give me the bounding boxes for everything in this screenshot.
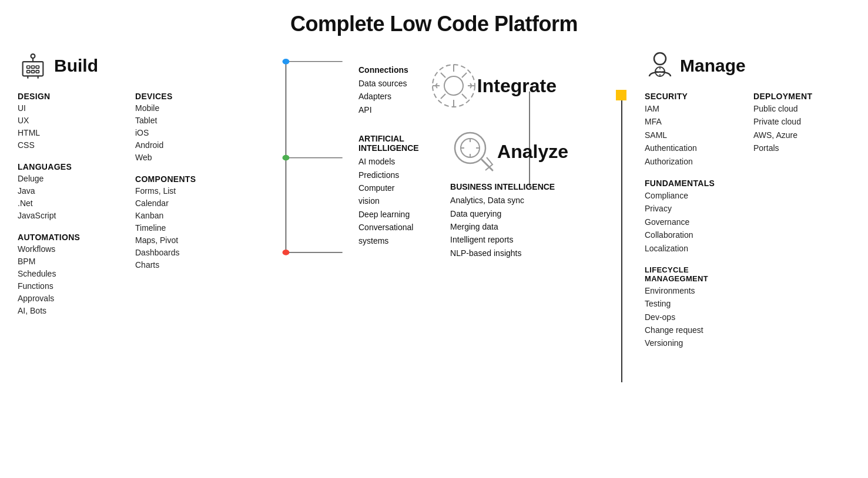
list-item: JavaScript [18, 210, 135, 222]
components-list: Forms, List Calendar Kanban Timeline Map… [135, 185, 253, 271]
list-item: Timeline [135, 222, 253, 234]
list-item: IAM [645, 102, 742, 115]
components-group: COMPONENTS Forms, List Calendar Kanban T… [135, 174, 253, 271]
list-item: Tablet [135, 115, 253, 127]
list-item: Schedules [18, 268, 135, 280]
svg-point-8 [31, 54, 35, 58]
connections-heading: Connections [358, 65, 408, 75]
manage-col-2: DEPLOYMENT Public cloud Private cloud AW… [753, 92, 850, 361]
svg-point-32 [654, 53, 666, 65]
list-item: Public cloud [753, 102, 850, 115]
svg-rect-3 [36, 66, 39, 68]
svg-rect-2 [31, 66, 34, 68]
list-item: Deluge [18, 173, 135, 185]
list-item: Conversational [358, 221, 419, 234]
components-heading: COMPONENTS [135, 174, 253, 184]
analyze-area: Analyze BUSINESS INTELLIGENCE Analytics,… [450, 128, 568, 260]
list-item: API [358, 103, 408, 116]
devices-heading: DEVICES [135, 92, 253, 101]
ai-list: AI models Predictions Computer vision De… [358, 155, 419, 247]
security-list: IAM MFA SAML Authentication Authorizatio… [645, 102, 742, 168]
list-item: SAML [645, 129, 742, 142]
center-area: Connections Data sources Adapters API [264, 51, 615, 271]
list-item: systems [358, 234, 419, 247]
analyze-box: Analyze [450, 128, 568, 175]
build-section: Build DESIGN UI UX HTML CSS [18, 51, 264, 328]
middle-row: ARTIFICIALINTELLIGENCE AI models Predict… [264, 128, 615, 260]
list-item: AI models [358, 155, 419, 168]
bi-heading: BUSINESS INTELLIGENCE [450, 182, 568, 191]
list-item: Charts [135, 259, 253, 271]
automations-list: Workflows BPM Schedules Functions Approv… [18, 243, 135, 317]
integrate-box: Integrate [430, 62, 557, 109]
design-heading: DESIGN [18, 92, 135, 101]
fundamentals-group: FUNDAMENTALS Compliance Privacy Governan… [645, 179, 742, 255]
list-item: .Net [18, 197, 135, 210]
build-col-2: DEVICES Mobile Tablet iOS Android Web CO… [135, 92, 253, 328]
content-area: Build DESIGN UI UX HTML CSS [18, 51, 850, 361]
fundamentals-heading: FUNDAMENTALS [645, 179, 742, 188]
ai-heading: ARTIFICIALINTELLIGENCE [358, 134, 419, 153]
list-item: Forms, List [135, 185, 253, 197]
automations-group: AUTOMATIONS Workflows BPM Schedules Func… [18, 233, 135, 317]
connections-box: Connections Data sources Adapters API [358, 65, 408, 116]
design-list: UI UX HTML CSS [18, 102, 135, 152]
integrate-label: Integrate [477, 75, 557, 97]
list-item: Compliance [645, 189, 742, 202]
build-header: Build [18, 51, 264, 81]
manage-columns: SECURITY IAM MFA SAML Authentication Aut… [645, 92, 850, 361]
lifecycle-group: LIFECYCLE MANAGEGMENT Environments Testi… [645, 265, 742, 350]
list-item: Android [135, 139, 253, 152]
top-row: Connections Data sources Adapters API [264, 51, 615, 116]
devices-list: Mobile Tablet iOS Android Web [135, 102, 253, 164]
list-item: Functions [18, 280, 135, 292]
lifecycle-list: Environments Testing Dev-ops Change requ… [645, 284, 742, 350]
analyze-label: Analyze [497, 141, 568, 163]
list-item: CSS [18, 139, 135, 152]
list-item: Computer [358, 181, 419, 194]
svg-point-25 [455, 133, 485, 163]
list-item: Localization [645, 242, 742, 255]
list-item: Calendar [135, 197, 253, 210]
security-heading: SECURITY [645, 92, 742, 101]
svg-point-20 [444, 76, 463, 95]
list-item: Deep learning [358, 208, 419, 221]
list-item: Java [18, 185, 135, 197]
list-item: AWS, Azure [753, 129, 850, 142]
list-item: Private cloud [753, 115, 850, 128]
bi-list: Analytics, Data sync Data querying Mergi… [450, 194, 568, 260]
manage-title: Manage [680, 56, 746, 76]
list-item: NLP-based insights [450, 247, 568, 260]
list-item: Privacy [645, 202, 742, 215]
list-item: HTML [18, 127, 135, 139]
page: Complete Low Code Platform [0, 0, 868, 372]
manage-section: Manage SECURITY IAM MFA SAML Authenticat… [615, 51, 850, 361]
page-title: Complete Low Code Platform [18, 12, 850, 36]
list-item: iOS [135, 127, 253, 139]
deployment-group: DEPLOYMENT Public cloud Private cloud AW… [753, 92, 850, 155]
security-group: SECURITY IAM MFA SAML Authentication Aut… [645, 92, 742, 168]
list-item: Testing [645, 297, 742, 310]
svg-rect-5 [31, 70, 34, 73]
automations-heading: AUTOMATIONS [18, 233, 135, 242]
analyze-icon [450, 128, 497, 175]
list-item: Data sources [358, 77, 408, 90]
list-item: UX [18, 115, 135, 127]
deployment-list: Public cloud Private cloud AWS, Azure Po… [753, 102, 850, 155]
design-group: DESIGN UI UX HTML CSS [18, 92, 135, 152]
list-item: Change request [645, 324, 742, 336]
list-item: Web [135, 152, 253, 164]
list-item: Authentication [645, 142, 742, 154]
list-item: Adapters [358, 90, 408, 103]
list-item: MFA [645, 115, 742, 128]
build-columns: DESIGN UI UX HTML CSS LANGUAGES Deluge [18, 92, 264, 328]
languages-list: Deluge Java .Net JavaScript [18, 173, 135, 222]
fundamentals-list: Compliance Privacy Governance Collaborat… [645, 189, 742, 255]
build-title: Build [54, 56, 98, 76]
ai-box: ARTIFICIALINTELLIGENCE AI models Predict… [358, 134, 419, 247]
list-item: Environments [645, 284, 742, 297]
list-item: vision [358, 194, 419, 207]
svg-rect-1 [27, 66, 30, 68]
connections-list: Data sources Adapters API [358, 77, 408, 116]
lifecycle-heading: LIFECYCLE MANAGEGMENT [645, 265, 742, 283]
